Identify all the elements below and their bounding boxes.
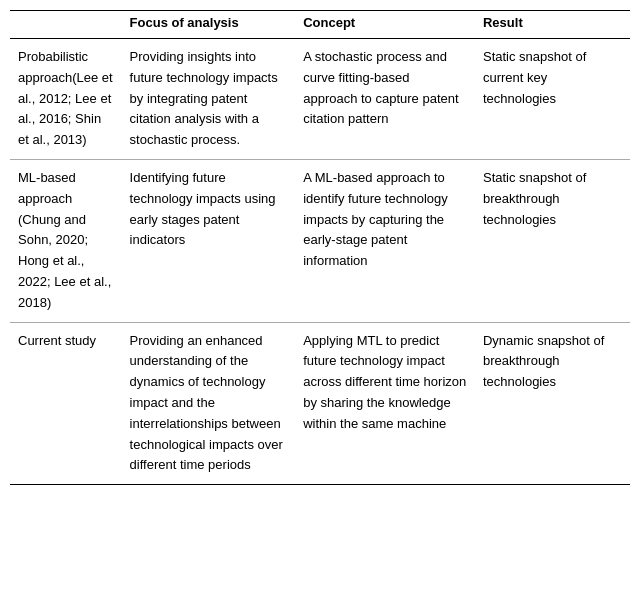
col-header-concept: Concept xyxy=(295,11,475,39)
table-row: Current study Providing an enhanced unde… xyxy=(10,322,630,485)
cell-concept-1: A ML-based approach to identify future t… xyxy=(295,159,475,322)
cell-focus-0: Providing insights into future technolog… xyxy=(122,39,296,160)
cell-concept-0: A stochastic process and curve fitting-b… xyxy=(295,39,475,160)
cell-focus-2: Providing an enhanced understanding of t… xyxy=(122,322,296,485)
cell-result-1: Static snapshot of breakthrough technolo… xyxy=(475,159,630,322)
col-header-focus: Focus of analysis xyxy=(122,11,296,39)
col-header-result: Result xyxy=(475,11,630,39)
cell-study-1: ML-based approach (Chung and Sohn, 2020;… xyxy=(10,159,122,322)
cell-focus-1: Identifying future technology impacts us… xyxy=(122,159,296,322)
table-row: Probabilistic approach(Lee et al., 2012;… xyxy=(10,39,630,160)
col-header-study xyxy=(10,11,122,39)
cell-concept-2: Applying MTL to predict future technolog… xyxy=(295,322,475,485)
cell-study-2: Current study xyxy=(10,322,122,485)
cell-result-0: Static snapshot of current key technolog… xyxy=(475,39,630,160)
table-row: ML-based approach (Chung and Sohn, 2020;… xyxy=(10,159,630,322)
cell-study-0: Probabilistic approach(Lee et al., 2012;… xyxy=(10,39,122,160)
cell-result-2: Dynamic snapshot of breakthrough technol… xyxy=(475,322,630,485)
